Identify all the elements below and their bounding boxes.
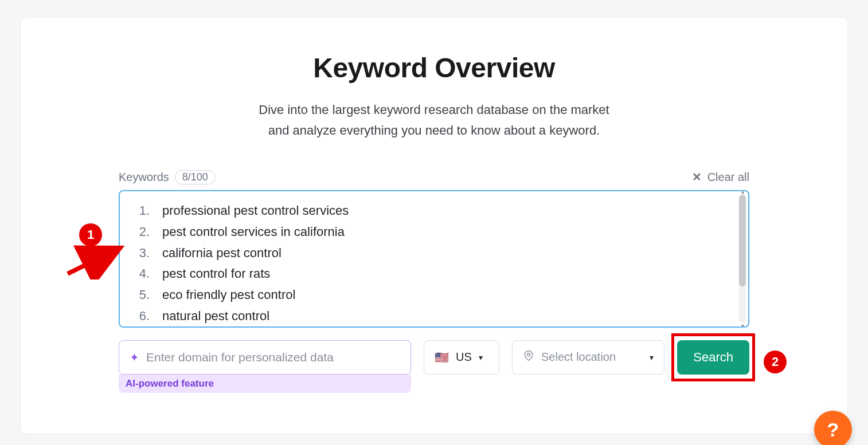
keywords-list: 1.professional pest control services 2.p… — [120, 191, 748, 326]
scroll-up-arrow-icon[interactable]: ▴ — [739, 190, 746, 195]
keyword-text: pest control for rats — [162, 263, 270, 285]
location-select[interactable]: Select location ▾ — [512, 340, 664, 375]
keyword-text: california pest control — [162, 243, 281, 264]
controls-row: ✦ Enter domain for personalized data AI-… — [119, 340, 749, 393]
svg-point-0 — [527, 353, 530, 356]
keyword-row: 2.pest control services in california — [134, 222, 734, 243]
annotation-badge-1: 1 — [79, 223, 102, 246]
keyword-text: natural pest control — [162, 306, 269, 326]
domain-input[interactable]: ✦ Enter domain for personalized data — [119, 340, 411, 375]
keyword-index: 5. — [134, 285, 150, 306]
country-select[interactable]: 🇺🇸 US ▾ — [424, 340, 499, 375]
scrollbar-thumb[interactable] — [739, 195, 746, 286]
chevron-down-icon: ▾ — [479, 353, 483, 362]
location-pin-icon — [523, 350, 534, 364]
keyword-text: eco friendly pest control — [162, 285, 295, 306]
keyword-index: 1. — [134, 200, 150, 222]
chevron-down-icon: ▾ — [650, 353, 654, 362]
keywords-count-badge: 8/100 — [175, 170, 216, 184]
keyword-row: 1.professional pest control services — [134, 200, 734, 222]
keyword-index: 6. — [134, 306, 150, 326]
sparkle-icon: ✦ — [130, 351, 139, 364]
keyword-index: 4. — [134, 263, 150, 285]
search-button[interactable]: Search — [677, 340, 749, 375]
keyword-overview-card: Keyword Overview Dive into the largest k… — [20, 17, 848, 434]
keyword-index: 3. — [134, 243, 150, 264]
location-placeholder: Select location — [541, 351, 616, 364]
search-button-wrap: Search — [677, 340, 749, 375]
country-code: US — [456, 351, 472, 364]
keyword-index: 2. — [134, 222, 150, 243]
keywords-header: Keywords 8/100 ✕ Clear all — [119, 170, 749, 184]
page-title: Keyword Overview — [313, 52, 555, 84]
clear-all-label: Clear all — [707, 171, 749, 184]
keyword-row: 6.natural pest control — [134, 306, 734, 326]
domain-input-wrap: ✦ Enter domain for personalized data AI-… — [119, 340, 411, 393]
keyword-text: pest control services in california — [162, 222, 345, 243]
keyword-row: 5.eco friendly pest control — [134, 285, 734, 306]
keyword-text: professional pest control services — [162, 200, 349, 222]
subtitle-line-2: and analyze everything you need to know … — [268, 123, 600, 137]
close-icon: ✕ — [692, 171, 702, 183]
annotation-badge-2: 2 — [764, 351, 787, 373]
help-button[interactable]: ? — [814, 411, 852, 445]
flag-icon: 🇺🇸 — [435, 352, 449, 363]
subtitle-line-1: Dive into the largest keyword research d… — [259, 103, 609, 117]
scroll-down-arrow-icon[interactable]: ▾ — [739, 323, 746, 328]
page-subtitle: Dive into the largest keyword research d… — [259, 100, 609, 141]
keywords-textarea[interactable]: 1.professional pest control services 2.p… — [119, 190, 749, 328]
keywords-header-left: Keywords 8/100 — [119, 170, 216, 184]
keyword-row: 3.california pest control — [134, 243, 734, 264]
clear-all-button[interactable]: ✕ Clear all — [692, 171, 749, 184]
domain-placeholder: Enter domain for personalized data — [146, 351, 334, 364]
keywords-label: Keywords — [119, 171, 169, 184]
keyword-row: 4.pest control for rats — [134, 263, 734, 285]
ai-feature-badge: AI-powered feature — [119, 375, 411, 393]
